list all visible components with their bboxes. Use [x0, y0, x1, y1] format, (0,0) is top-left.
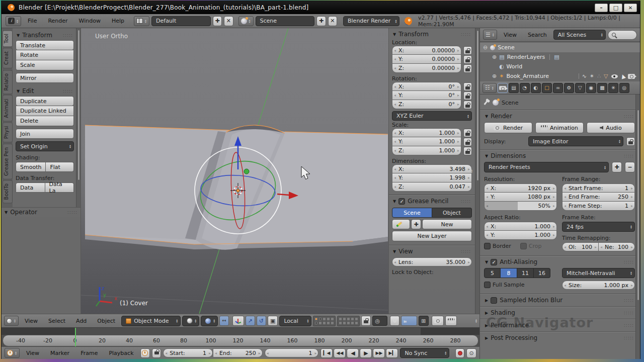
screen-layout-selector[interactable]: Default [151, 16, 211, 26]
tab-render[interactable] [498, 83, 508, 93]
mode-selector[interactable]: Object Mode [121, 316, 181, 326]
npanel-scrollbar[interactable] [475, 28, 479, 314]
lock-time-button[interactable] [152, 348, 161, 358]
panel-header-dimensions[interactable]: Dimensions [484, 151, 635, 161]
lock-location-x-button[interactable] [463, 46, 472, 55]
full-sample-checkbox[interactable] [484, 282, 491, 288]
scale-x-field[interactable]: X:1.000 [392, 128, 461, 137]
frame-rate-selector[interactable]: 24 fps [562, 222, 635, 232]
render-presets-selector[interactable]: Render Presets [484, 162, 609, 172]
tab-material[interactable]: ◉ [586, 83, 596, 93]
menu-window[interactable]: Window [74, 18, 105, 24]
lock-camera-button[interactable] [361, 316, 371, 326]
outliner-item-world[interactable]: ◐ World [483, 62, 635, 71]
outliner-item-book-armature[interactable]: ⊕ ✶ Book_Armature ∿ ✶ ∴ ▽ ▲ [483, 71, 635, 81]
aa-filter-selector[interactable]: Mitchell-Netravali [562, 268, 635, 278]
tl-menu-frame[interactable]: Frame [76, 350, 102, 356]
screen-layout-icon-button[interactable] [134, 16, 149, 26]
panel-header-transform[interactable]: Transform [16, 30, 74, 40]
lock-location-y-button[interactable] [463, 55, 472, 64]
gp-source-object-button[interactable]: Object [432, 208, 472, 218]
data-transfer-button[interactable]: Data [16, 183, 45, 193]
menu-file[interactable]: File [23, 18, 41, 24]
minimize-button[interactable] [595, 4, 608, 12]
location-z-field[interactable]: Z:0.00000 [392, 64, 461, 73]
jump-to-start-button[interactable] [320, 348, 333, 358]
tool-shelf-scrollbar[interactable] [76, 28, 80, 207]
add-preset-button[interactable] [612, 162, 622, 172]
outliner-item-renderlayers[interactable]: ⊕ ▤ RenderLayers ▤ [483, 52, 635, 62]
tab-grease-pencil[interactable]: Grease Pen [3, 144, 13, 179]
outliner-search-input[interactable] [608, 30, 637, 40]
gp-datablock-menu[interactable] [392, 219, 410, 229]
tab-relations[interactable]: Relatio [3, 70, 13, 94]
start-frame-field[interactable]: Start:1 [163, 348, 213, 357]
snap-target-button[interactable]: ⊞ [419, 316, 428, 326]
panel-header-transform-n[interactable]: Transform [392, 29, 472, 39]
display-mode-selector[interactable]: Image Editor [528, 136, 623, 146]
auto-keyframe-button[interactable] [455, 348, 464, 358]
selectable-cursor-icon[interactable]: ▲ [620, 73, 626, 79]
rotation-z-field[interactable]: Z:0° [392, 100, 461, 109]
delete-scene-button[interactable] [328, 16, 337, 26]
dimension-x-field[interactable]: X:3.498 [392, 164, 472, 173]
expand-icon[interactable]: ⊕ [492, 73, 497, 79]
current-frame-playhead[interactable] [75, 328, 76, 346]
editor-type-selector-outliner[interactable]: ☰ [483, 30, 497, 40]
gp-source-scene-button[interactable]: Scene [392, 208, 432, 218]
scene-selector[interactable]: Scene [256, 16, 315, 26]
tl-menu-marker[interactable]: Marker [46, 350, 74, 356]
lens-field[interactable]: Lens:35.000 [392, 257, 472, 266]
panel-grip[interactable] [63, 88, 73, 94]
resolution-x-field[interactable]: X:1920 px [484, 184, 557, 193]
panel-grip[interactable] [624, 335, 634, 340]
delete-layout-button[interactable] [224, 16, 233, 26]
tab-object[interactable]: □ [542, 83, 552, 93]
duplicate-button[interactable]: Duplicate [16, 96, 74, 106]
remap-new-field[interactable]: Ne:100 [599, 242, 635, 251]
resolution-y-field[interactable]: Y:1080 px [484, 193, 557, 202]
outliner-item-scene[interactable]: ⊖ Scene [480, 43, 640, 52]
delete-button[interactable]: Delete [16, 116, 74, 126]
panel-grip[interactable] [624, 310, 634, 315]
add-layout-button[interactable] [213, 16, 222, 26]
panel-header-render[interactable]: Render [484, 111, 635, 121]
scale-button[interactable]: Scale [16, 60, 74, 70]
visibility-eye-icon[interactable] [611, 74, 618, 78]
location-x-field[interactable]: X:0.00000 [392, 46, 461, 55]
tab-modifiers[interactable]: ⚙︎ [564, 83, 574, 93]
timeline-ruler[interactable]: -40 -20 0 20 40 60 80 100 120 140 160 18… [3, 335, 478, 346]
scale-y-field[interactable]: Y:1.000 [392, 137, 461, 146]
snap-element-selector[interactable]: ⫢ [401, 316, 417, 326]
renderable-camera-icon[interactable] [628, 74, 635, 79]
panel-header-post-processing[interactable]: Post Processing [484, 333, 635, 343]
editor-type-selector-3dview[interactable] [4, 316, 19, 326]
keying-set-button[interactable]: ⊙ [466, 348, 476, 358]
tab-object-data[interactable]: ▽ [575, 83, 585, 93]
outliner-menu-search[interactable]: Search [523, 32, 551, 38]
panel-grip[interactable] [461, 32, 471, 37]
sync-mode-selector[interactable]: No Sync [400, 348, 449, 358]
antialiasing-checkbox[interactable] [491, 259, 497, 265]
tab-physics[interactable]: Physi [3, 122, 13, 142]
resolution-percentage-slider[interactable]: 50% [484, 202, 557, 211]
properties-scrollbar[interactable] [635, 95, 640, 359]
panel-header-grease-pencil[interactable]: Grease Pencil [392, 196, 472, 206]
lock-rotation-z-button[interactable] [463, 101, 472, 109]
lock-rotation-y-button[interactable] [463, 92, 472, 100]
manipulator-scale-button[interactable]: ▣ [268, 316, 278, 326]
pivot-align-toggle[interactable]: ↔ [219, 316, 228, 326]
editor-type-selector-properties[interactable]: ☷ [482, 83, 497, 93]
vp-menu-view[interactable]: View [20, 318, 42, 324]
close-button[interactable] [624, 4, 637, 12]
lock-scale-y-button[interactable] [463, 138, 472, 146]
editor-type-selector-timeline[interactable] [5, 348, 20, 358]
panel-header-motion-blur[interactable]: Sampled Motion Blur [484, 295, 635, 305]
panel-grip[interactable] [461, 199, 471, 204]
scale-z-field[interactable]: Z:1.000 [392, 146, 461, 155]
aa-samples-16-button[interactable]: 16 [534, 268, 550, 278]
next-keyframe-button[interactable] [373, 348, 385, 358]
opengl-render-button[interactable] [432, 316, 444, 326]
scene-icon-button[interactable] [238, 16, 254, 26]
layers-grid-2[interactable] [337, 316, 360, 326]
